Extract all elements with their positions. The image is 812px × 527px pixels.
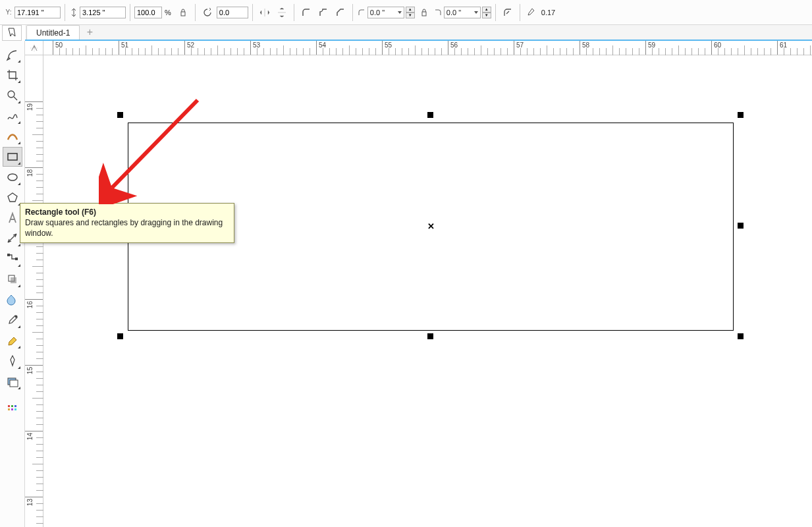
artistic-media-tool[interactable] [3,126,22,146]
polygon-tool[interactable] [3,188,22,208]
ruler-horizontal[interactable]: 505152535455565758596061 [43,41,812,55]
handle-ne[interactable] [738,112,744,118]
svg-point-2 [8,91,14,97]
zoom-tool[interactable] [3,86,22,105]
freehand-tool[interactable] [3,106,22,126]
svg-rect-6 [15,258,18,260]
rotate-icon [200,5,215,20]
scallop-corner-button[interactable] [315,5,331,20]
size-group [69,6,126,19]
corner-radius-2-input[interactable]: 0.0 " [444,7,481,18]
drawing-canvas[interactable]: ✕ [43,55,812,527]
y-position-input[interactable] [14,7,61,18]
percent-label: % [163,9,174,16]
tooltip-title: Rectangle tool (F6) [25,208,96,217]
text-tool[interactable] [3,208,22,228]
mirror-v-button[interactable] [274,5,290,20]
document-tabstrip: Untitled-1 + [25,25,812,41]
height-icon [69,6,78,19]
corner-tl-icon [357,6,366,19]
toolbox [0,41,25,527]
pick-tool-small[interactable] [2,25,22,41]
svg-rect-5 [7,254,10,256]
property-bar: Y: % [0,0,812,25]
quick-customize-button[interactable] [3,399,22,419]
svg-rect-3 [8,153,17,160]
y-label-icon: Y: [4,6,13,19]
svg-rect-11 [10,380,18,387]
document-tab-1[interactable]: Untitled-1 [26,25,80,40]
outline-width-value: 0.17 [541,9,555,16]
tooltip-rectangle-tool: Rectangle tool (F6) Draw squares and rec… [20,203,234,243]
scale-group: % [134,7,174,18]
chamfer-corner-button[interactable] [333,5,348,20]
rectangle-tool[interactable] [3,147,22,167]
handle-s[interactable] [427,333,433,339]
svg-rect-17 [14,408,16,410]
add-tab-button[interactable]: + [82,25,97,40]
lock-corners-button[interactable] [416,5,432,20]
corner-1-spinner[interactable]: ▲▼ [406,7,415,18]
fill-tool[interactable] [3,372,22,391]
relative-scaling-button[interactable] [500,5,516,20]
svg-point-9 [14,316,17,318]
drop-shadow-tool[interactable] [3,269,22,289]
svg-rect-8 [11,277,16,283]
rotation-input[interactable] [217,7,248,18]
shape-edit-tool[interactable] [3,45,22,65]
corner-2-spinner[interactable]: ▲▼ [482,7,491,18]
corner-tr-icon [433,6,443,19]
svg-rect-16 [11,408,13,410]
handle-nw[interactable] [117,112,123,118]
outline-pen-icon [524,5,540,20]
handle-e[interactable] [738,223,744,229]
handle-n[interactable] [427,112,433,118]
scale-y-input[interactable] [134,7,162,18]
crop-tool[interactable] [3,65,22,85]
handle-sw[interactable] [117,333,123,339]
transparency-tool[interactable] [3,290,22,310]
interactive-fill-tool[interactable] [3,331,22,350]
ruler-vertical[interactable]: 19181716151413 [25,55,43,527]
corner-radius-group-left: 0.0 " ▲▼ [357,6,415,19]
svg-rect-13 [11,405,13,407]
svg-rect-1 [422,12,426,16]
tooltip-body: Draw squares and rectangles by dragging … [25,218,223,238]
center-marker: ✕ [427,221,435,231]
connector-tool[interactable] [3,249,22,269]
svg-rect-12 [8,405,10,407]
svg-point-4 [8,174,17,180]
height-input[interactable] [80,7,126,18]
lock-ratio-button[interactable] [175,5,191,20]
corner-radius-group-right: 0.0 " ▲▼ [433,6,491,19]
parallel-dimension-tool[interactable] [3,229,22,248]
corner-radius-1-input[interactable]: 0.0 " [367,7,404,18]
eyedropper-tool[interactable] [3,310,22,330]
position-group: Y: [4,6,61,19]
ruler-origin[interactable] [25,41,43,55]
outline-pen-tool[interactable] [3,351,22,371]
handle-se[interactable] [738,333,744,339]
svg-rect-0 [181,12,185,16]
svg-rect-15 [8,408,10,410]
ellipse-tool[interactable] [3,167,22,187]
svg-rect-14 [14,405,16,407]
mirror-h-button[interactable] [257,5,273,20]
round-corner-button[interactable] [298,5,314,20]
